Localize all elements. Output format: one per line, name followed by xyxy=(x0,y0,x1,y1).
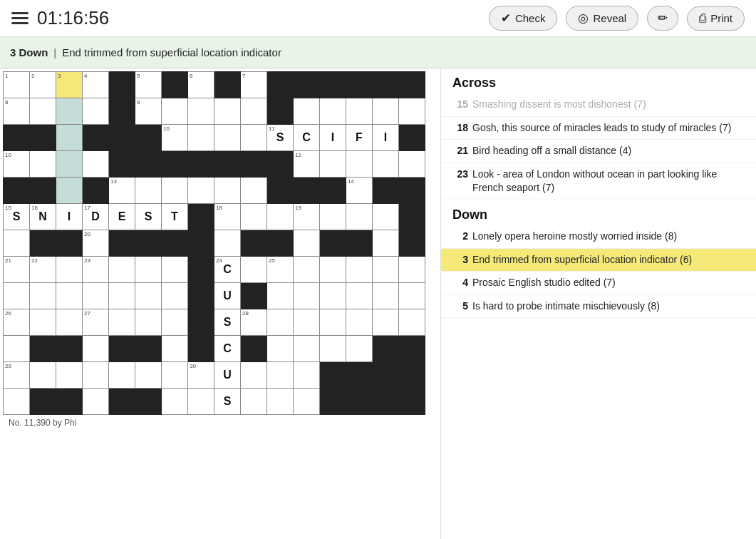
grid-cell[interactable]: 3 xyxy=(56,72,83,98)
clue-item[interactable]: 21Bird heading off a small distance (4) xyxy=(441,140,756,163)
grid-cell[interactable]: 30 xyxy=(188,362,214,389)
grid-cell[interactable] xyxy=(373,283,399,309)
grid-cell[interactable] xyxy=(30,283,56,309)
grid-cell[interactable] xyxy=(214,125,241,151)
grid-cell[interactable] xyxy=(241,389,267,415)
grid-cell[interactable] xyxy=(241,178,267,204)
grid-cell[interactable] xyxy=(294,389,320,415)
grid-cell[interactable]: 9 xyxy=(135,98,162,125)
grid-cell[interactable] xyxy=(109,283,135,309)
grid-cell[interactable] xyxy=(267,283,294,309)
grid-cell[interactable] xyxy=(399,151,425,178)
grid-cell[interactable]: 26 xyxy=(4,309,30,336)
grid-cell[interactable] xyxy=(56,362,83,389)
grid-cell[interactable] xyxy=(320,257,346,283)
grid-cell[interactable] xyxy=(4,230,30,257)
grid-cell[interactable] xyxy=(109,309,135,336)
grid-cell[interactable] xyxy=(83,336,109,362)
clue-item[interactable]: 23Look - area of London without ocean in… xyxy=(441,163,756,200)
grid-cell[interactable] xyxy=(346,98,373,125)
grid-cell[interactable] xyxy=(294,257,320,283)
grid-cell[interactable]: 25 xyxy=(267,257,294,283)
grid-cell[interactable] xyxy=(346,257,373,283)
grid-cell[interactable]: 10 xyxy=(162,125,188,151)
grid-cell[interactable] xyxy=(30,362,56,389)
grid-cell[interactable]: C xyxy=(294,125,320,151)
clue-item[interactable]: 2Lonely opera heroine mostly worried ins… xyxy=(441,225,756,249)
grid-cell[interactable] xyxy=(162,389,188,415)
grid-cell[interactable] xyxy=(162,362,188,389)
grid-cell[interactable] xyxy=(241,204,267,230)
grid-cell[interactable]: 1 xyxy=(4,72,30,98)
grid-cell[interactable]: 23 xyxy=(83,257,109,283)
grid-cell[interactable]: S xyxy=(135,204,162,230)
grid-cell[interactable] xyxy=(294,230,320,257)
grid-cell[interactable] xyxy=(56,125,83,151)
grid-cell[interactable] xyxy=(30,309,56,336)
grid-cell[interactable] xyxy=(162,178,188,204)
grid-cell[interactable] xyxy=(4,336,30,362)
grid-cell[interactable]: 7 xyxy=(241,72,267,98)
grid-cell[interactable]: 29 xyxy=(4,362,30,389)
grid-cell[interactable] xyxy=(109,257,135,283)
grid-cell[interactable] xyxy=(109,362,135,389)
print-button[interactable]: ⎙ Print xyxy=(687,6,745,31)
grid-cell[interactable]: C xyxy=(214,336,241,362)
grid-cell[interactable]: 4 xyxy=(83,72,109,98)
grid-cell[interactable]: 15S xyxy=(4,204,30,230)
grid-cell[interactable] xyxy=(399,309,425,336)
grid-cell[interactable] xyxy=(162,336,188,362)
clues-panel[interactable]: Across 15Smashing dissent is most dishon… xyxy=(440,68,756,539)
grid-cell[interactable] xyxy=(188,178,214,204)
grid-cell[interactable]: S xyxy=(214,309,241,336)
grid-cell[interactable] xyxy=(320,98,346,125)
grid-cell[interactable] xyxy=(267,204,294,230)
grid-cell[interactable] xyxy=(4,389,30,415)
grid-cell[interactable] xyxy=(83,362,109,389)
grid-cell[interactable] xyxy=(214,178,241,204)
grid-cell[interactable] xyxy=(83,98,109,125)
grid-cell[interactable] xyxy=(320,336,346,362)
grid-cell[interactable]: 19 xyxy=(294,204,320,230)
grid-cell[interactable] xyxy=(346,151,373,178)
clue-item[interactable]: 4Prosaic English studio edited (7) xyxy=(441,272,756,295)
grid-cell[interactable]: 8 xyxy=(4,98,30,125)
grid-cell[interactable] xyxy=(399,257,425,283)
grid-cell[interactable]: 2 xyxy=(30,72,56,98)
grid-cell[interactable] xyxy=(56,257,83,283)
grid-cell[interactable] xyxy=(399,98,425,125)
grid-cell[interactable]: S xyxy=(214,389,241,415)
grid-cell[interactable] xyxy=(162,283,188,309)
grid-cell[interactable] xyxy=(188,125,214,151)
grid-cell[interactable]: U xyxy=(214,283,241,309)
grid-cell[interactable] xyxy=(373,230,399,257)
grid-cell[interactable]: 17D xyxy=(83,204,109,230)
grid-cell[interactable] xyxy=(56,178,83,204)
check-button[interactable]: ✔ Check xyxy=(489,6,558,31)
grid-cell[interactable] xyxy=(399,283,425,309)
grid-cell[interactable]: F xyxy=(346,125,373,151)
grid-cell[interactable] xyxy=(214,230,241,257)
grid-cell[interactable] xyxy=(135,257,162,283)
grid-cell[interactable] xyxy=(188,98,214,125)
grid-cell[interactable] xyxy=(294,283,320,309)
grid-cell[interactable] xyxy=(4,283,30,309)
grid-cell[interactable] xyxy=(162,98,188,125)
grid-cell[interactable]: I xyxy=(373,125,399,151)
grid-cell[interactable] xyxy=(30,151,56,178)
grid-cell[interactable] xyxy=(320,283,346,309)
grid-cell[interactable]: 5 xyxy=(135,72,162,98)
grid-cell[interactable] xyxy=(346,204,373,230)
grid-container[interactable]: 1234 5 6 7 8 9 1011SCIFI 10 12 13 14 15S… xyxy=(0,68,440,539)
grid-cell[interactable] xyxy=(30,98,56,125)
grid-cell[interactable]: 14 xyxy=(346,178,373,204)
grid-cell[interactable]: 12 xyxy=(294,151,320,178)
grid-cell[interactable]: T xyxy=(162,204,188,230)
grid-cell[interactable] xyxy=(346,336,373,362)
grid-cell[interactable]: 24C xyxy=(214,257,241,283)
grid-cell[interactable]: 28 xyxy=(241,309,267,336)
grid-cell[interactable] xyxy=(294,362,320,389)
grid-cell[interactable] xyxy=(373,98,399,125)
grid-cell[interactable] xyxy=(346,309,373,336)
grid-cell[interactable] xyxy=(214,98,241,125)
